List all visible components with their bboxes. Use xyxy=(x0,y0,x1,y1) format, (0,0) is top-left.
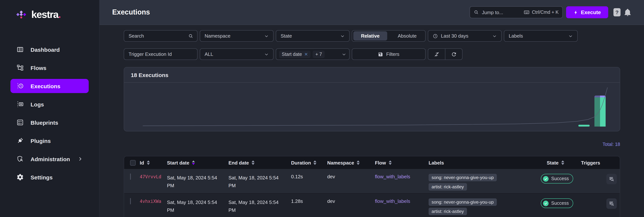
duration-cell: 1.28s xyxy=(291,194,327,217)
trigger-details-button[interactable] xyxy=(606,198,617,209)
row-checkbox[interactable] xyxy=(130,174,131,180)
flow-link[interactable]: flow_with_labels xyxy=(375,198,410,204)
brand-dot: . xyxy=(58,9,61,20)
lightning-bolt-icon xyxy=(574,9,578,15)
executions-table: Id Start date End date Duration Namespac… xyxy=(124,156,620,217)
column-header-duration[interactable]: Duration xyxy=(291,160,327,166)
refresh-icon xyxy=(451,51,457,57)
row-checkbox[interactable] xyxy=(130,198,131,204)
auto-refresh-off-button[interactable] xyxy=(428,49,445,59)
executions-chart-svg[interactable] xyxy=(124,83,620,131)
sort-arrows[interactable] xyxy=(192,160,195,165)
sidebar-nav: Dashboard Flows Executions Logs Blueprin… xyxy=(0,42,99,188)
trigger-execution-id-input[interactable] xyxy=(124,48,198,60)
shortcut-hint: Ctrl/Cmd + K xyxy=(524,9,559,15)
table-row: 4vhxiXWa Sat, May 18, 2024 5:54 PM Sat, … xyxy=(124,193,620,217)
sidebar-item-flows[interactable]: Flows xyxy=(10,61,89,75)
labels-cell: song: never-gonna-give-you-up artist: ri… xyxy=(428,169,541,193)
sidebar: kestra. Dashboard Flows Executions Logs … xyxy=(0,0,100,217)
column-header-triggers: Triggers xyxy=(578,160,620,166)
filter-row-1: Namespace State Relative Absolute Last 3… xyxy=(124,30,578,42)
state-filter-select[interactable]: State xyxy=(276,30,350,42)
date-range-select[interactable]: Last 30 days xyxy=(428,30,502,42)
close-icon[interactable]: ✕ xyxy=(304,51,308,57)
scope-filter-select[interactable]: ALL xyxy=(200,48,274,60)
refresh-button[interactable] xyxy=(445,49,462,59)
namespace-cell: dev xyxy=(327,194,375,217)
label-chip: artist: rick-astley xyxy=(428,183,467,191)
flows-icon xyxy=(16,64,24,71)
success-check-icon xyxy=(543,176,548,182)
notifications-bell-icon[interactable] xyxy=(624,8,632,16)
sort-arrows[interactable] xyxy=(388,160,392,165)
chevron-down-icon xyxy=(492,34,497,38)
column-header-flow[interactable]: Flow xyxy=(375,160,428,166)
relative-toggle-option[interactable]: Relative xyxy=(353,31,387,40)
status-badge[interactable]: Success xyxy=(541,174,574,184)
more-columns-chip[interactable]: + 7 xyxy=(313,50,324,58)
namespace-filter-select[interactable]: Namespace xyxy=(200,30,274,42)
sidebar-item-label: Settings xyxy=(30,174,52,180)
execution-id-link[interactable]: 47VrvvLd xyxy=(140,174,161,179)
topbar: Executions Jump to... Ctrl/Cmd + K Execu… xyxy=(100,0,644,25)
column-header-namespace[interactable]: Namespace xyxy=(327,160,375,166)
sort-arrows[interactable] xyxy=(252,160,254,165)
sidebar-item-label: Logs xyxy=(30,101,44,107)
sidebar-item-logs[interactable]: Logs xyxy=(10,97,89,111)
select-all-checkbox[interactable] xyxy=(130,160,136,166)
execution-id-link[interactable]: 4vhxiXWa xyxy=(140,199,161,204)
sidebar-item-dashboard[interactable]: Dashboard xyxy=(10,42,89,57)
sidebar-item-settings[interactable]: Settings xyxy=(10,170,89,184)
sync-off-icon xyxy=(434,51,440,57)
sidebar-item-administration[interactable]: Administration xyxy=(10,152,89,166)
sidebar-item-executions[interactable]: Executions xyxy=(10,79,89,93)
sidebar-item-label: Administration xyxy=(30,156,70,162)
trigger-details-button[interactable] xyxy=(606,174,617,184)
saved-filters-button[interactable]: Filters xyxy=(352,48,426,60)
administration-shield-icon xyxy=(16,155,24,163)
executions-icon xyxy=(16,82,24,90)
absolute-toggle-option[interactable]: Absolute xyxy=(390,31,424,40)
executions-chart[interactable] xyxy=(124,83,620,131)
chevron-down-icon xyxy=(340,34,345,38)
logs-icon xyxy=(16,100,24,108)
end-date-cell: Sat, May 18, 2024 5:54 PM xyxy=(228,194,291,217)
text-search-icon xyxy=(608,176,614,182)
blueprints-icon xyxy=(16,119,24,126)
kestra-logo[interactable]: kestra. xyxy=(15,7,60,22)
column-header-id[interactable]: Id xyxy=(140,160,167,166)
gear-icon xyxy=(16,174,24,181)
save-icon xyxy=(378,51,383,57)
labels-cell: song: never-gonna-give-you-up artist: ri… xyxy=(428,194,541,217)
namespace-cell: dev xyxy=(327,169,375,193)
executions-count-title: 18 Executions xyxy=(124,67,620,83)
sort-arrows[interactable] xyxy=(147,160,150,165)
execute-button[interactable]: Execute xyxy=(566,6,608,18)
sort-arrows[interactable] xyxy=(561,160,564,165)
flow-link[interactable]: flow_with_labels xyxy=(375,174,410,179)
column-header-end-date[interactable]: End date xyxy=(228,160,291,166)
sidebar-item-plugins[interactable]: Plugins xyxy=(10,134,89,148)
sidebar-item-label: Plugins xyxy=(30,138,51,144)
table-row: 47VrvvLd Sat, May 18, 2024 5:54 PM Sat, … xyxy=(124,169,620,193)
jump-to-search[interactable]: Jump to... Ctrl/Cmd + K xyxy=(470,6,563,18)
status-badge[interactable]: Success xyxy=(541,198,574,208)
brand-name: kestra. xyxy=(31,9,60,20)
text-search-icon xyxy=(608,201,614,207)
end-date-cell: Sat, May 18, 2024 5:54 PM xyxy=(228,169,291,193)
visible-columns-select[interactable]: Start date✕ + 7 xyxy=(276,48,350,60)
chevron-down-icon xyxy=(342,52,346,56)
column-header-start-date[interactable]: Start date xyxy=(167,160,228,166)
chevron-right-icon xyxy=(78,156,83,162)
sidebar-item-blueprints[interactable]: Blueprints xyxy=(10,115,89,130)
search-input[interactable] xyxy=(124,30,198,42)
help-button[interactable]: ? xyxy=(614,8,620,16)
sort-arrows[interactable] xyxy=(357,160,360,165)
column-header-state[interactable]: State xyxy=(541,160,578,166)
main-content: Namespace State Relative Absolute Last 3… xyxy=(100,25,644,217)
labels-filter-select[interactable]: Labels xyxy=(504,30,578,42)
dashboard-icon xyxy=(16,46,24,53)
start-date-chip[interactable]: Start date✕ xyxy=(279,50,311,58)
sort-arrows[interactable] xyxy=(314,160,316,165)
refresh-controls xyxy=(428,48,462,60)
